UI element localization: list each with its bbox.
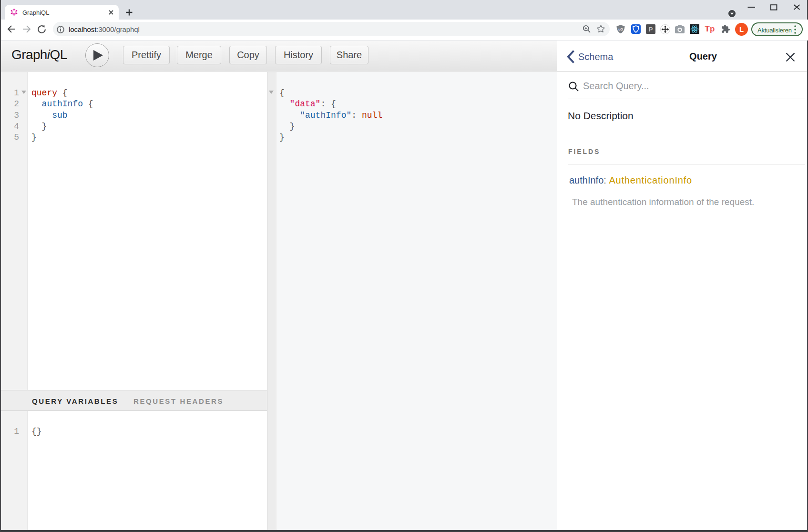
svg-text:P: P	[649, 26, 653, 33]
svg-text:uO: uO	[618, 28, 623, 31]
